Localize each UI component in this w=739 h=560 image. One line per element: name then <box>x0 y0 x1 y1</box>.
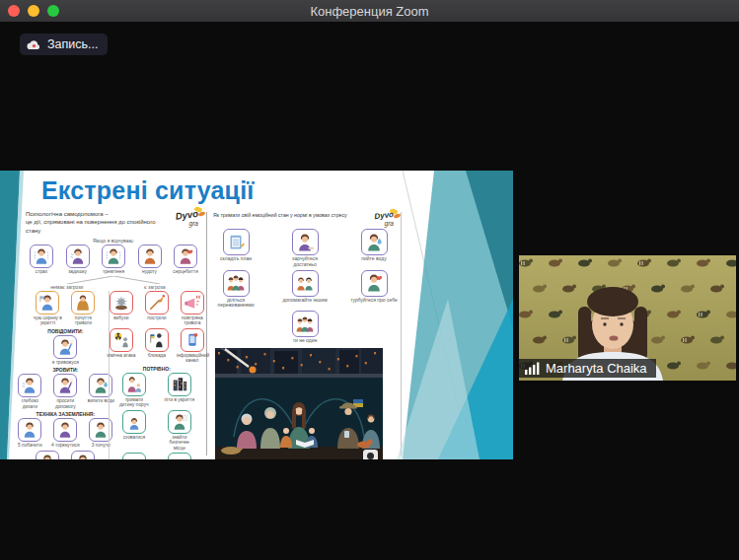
pictogram-label: харчуйтеся достатньо <box>280 256 330 268</box>
pictogram-box <box>292 311 319 337</box>
air-raid-alarm-icon <box>184 294 201 312</box>
dyvohra-logo: Dyvo gra <box>165 210 201 227</box>
blockade-icon <box>148 331 166 349</box>
pictogram-box <box>292 270 319 297</box>
pictogram-box <box>361 229 388 255</box>
participant-video[interactable]: Marharyta Chaika <box>519 255 736 381</box>
pictogram-box <box>223 270 250 297</box>
nausea-person-icon <box>141 247 159 265</box>
pictogram-label: нудоту <box>134 269 166 275</box>
slide-accent-band <box>0 171 26 459</box>
recording-label: Запись... <box>47 37 98 51</box>
pictogram-label: 4 торкнутися <box>49 443 81 449</box>
intro-text: Психологічна самодопомога – це дії, спря… <box>26 210 156 235</box>
dyvohra-logo: Dyvo gra <box>360 212 397 227</box>
meeting-stage: Запись... Екстрені ситуації Психологічна… <box>0 22 739 560</box>
pictogram: 5 побачити <box>14 418 45 449</box>
find-safe-place-icon <box>171 413 188 431</box>
pictogram-box <box>36 291 59 315</box>
pictogram: глибоко дихати <box>14 374 45 409</box>
share-feelings-icon <box>226 273 246 293</box>
pictogram: повітряна тривога <box>177 291 208 326</box>
pictogram: 1 спробувати на смак <box>67 451 99 459</box>
pictogram-label: складіть план <box>211 256 260 262</box>
pictogram-box <box>181 291 204 315</box>
pictogram-label: повітряна тривога <box>177 315 208 326</box>
pictogram-box <box>174 245 197 268</box>
pictogram-label: ти не один <box>280 338 330 344</box>
pictogram-box <box>53 335 77 359</box>
pictogram: складіть план <box>211 229 260 268</box>
slide-title: Екстрені ситуації <box>41 176 255 205</box>
grounding-caption: ТЕХНІКА ЗАЗЕМЛЕННЯ: <box>26 411 106 417</box>
pictogram-box <box>168 373 191 396</box>
ask-for-help-icon <box>56 377 74 394</box>
pictogram: тремтіння <box>98 245 129 275</box>
pictogram: задишку <box>62 245 94 275</box>
pictogram-label: піти в укриття <box>164 397 195 403</box>
fullscreen-icon[interactable] <box>47 5 59 17</box>
raised-hand-person-icon <box>56 338 74 356</box>
stress-tips-section: Як тримати свій емоційний стан у нормі в… <box>213 212 397 459</box>
pictogram-box <box>122 453 146 459</box>
pictogram: турбуйтеся про себе <box>349 270 399 310</box>
pictogram-box <box>145 328 169 352</box>
branch-fork-lines <box>26 276 201 284</box>
explosions-icon <box>112 294 130 312</box>
recording-indicator[interactable]: Запись... <box>20 34 108 55</box>
do-caption: ЗРОБИТИ: <box>26 367 106 373</box>
pictogram: лягти на землю <box>118 453 150 459</box>
pictogram: знайти безпечне місце <box>164 410 195 452</box>
trembling-person-icon <box>105 247 122 265</box>
shared-slide: Екстрені ситуації Психологічна самодопом… <box>0 171 513 459</box>
deep-breathing-icon <box>21 377 38 394</box>
pictogram-box <box>102 245 125 268</box>
no-threat-column: чую сирену в укриттіпочуття тривоги ПОВІ… <box>26 291 109 459</box>
fear-person-icon <box>33 247 50 265</box>
pictogram-box <box>36 451 59 459</box>
touch-four-things-icon <box>56 421 74 439</box>
heartbeat-person-icon <box>177 247 194 265</box>
need-caption: ПОТРІБНО: <box>112 366 201 372</box>
window-controls <box>8 0 59 22</box>
shelter-illustration <box>215 348 383 459</box>
no-threat-label: немає загрози <box>26 284 109 290</box>
pictogram-label: постріли <box>141 315 173 321</box>
breathless-person-icon <box>69 247 87 265</box>
participant-name: Marharyta Chaika <box>546 361 647 376</box>
pictogram: я тривожуся <box>49 335 81 366</box>
pictogram-label: страх <box>26 269 57 275</box>
pictogram-box <box>361 270 388 297</box>
audio-level-icon <box>525 362 540 375</box>
pictogram-label: хімічна атака <box>106 353 137 359</box>
pictogram: нудоту <box>134 245 166 275</box>
pictogram: харчуйтеся достатньо <box>280 229 330 268</box>
drink-water-icon <box>364 233 384 252</box>
go-to-shelter-icon <box>171 376 188 393</box>
pictogram-box <box>181 328 204 352</box>
threat-column: вибухипострілиповітряна тривога хімічна … <box>109 291 201 459</box>
minimize-icon[interactable] <box>28 5 39 17</box>
threat-label: є загроза <box>109 284 201 290</box>
close-icon[interactable] <box>8 5 20 17</box>
pictogram: 4 торкнутися <box>49 418 81 449</box>
anxiety-feeling-icon <box>74 294 92 312</box>
pictogram: серцебиття <box>170 245 201 275</box>
pictogram-label: знайти безпечне місце <box>164 435 195 452</box>
pictogram-box <box>138 245 162 268</box>
tips-grid: складіть планхарчуйтеся достатньопийте в… <box>213 229 397 344</box>
pictogram-label: 5 побачити <box>14 443 45 449</box>
pictogram-label: почуття тривоги <box>67 315 99 326</box>
siren-in-shelter-icon <box>38 294 56 312</box>
window-title: Конференция Zoom <box>0 4 739 19</box>
taste-one-thing-icon <box>74 454 92 459</box>
pictogram-box <box>66 245 90 268</box>
tips-header: Як тримати свій емоційний стан у нормі в… <box>213 212 353 219</box>
pictogram-box <box>168 410 191 434</box>
pictogram: закрити голову руками <box>164 453 195 459</box>
pictogram: страх <box>26 245 57 275</box>
pictogram-box <box>145 291 169 315</box>
pictogram: 2 понюхати <box>32 451 63 459</box>
notify-caption: ПОВІДОМИТИ: <box>26 328 106 334</box>
pictogram: допомагайте іншим <box>280 270 330 310</box>
